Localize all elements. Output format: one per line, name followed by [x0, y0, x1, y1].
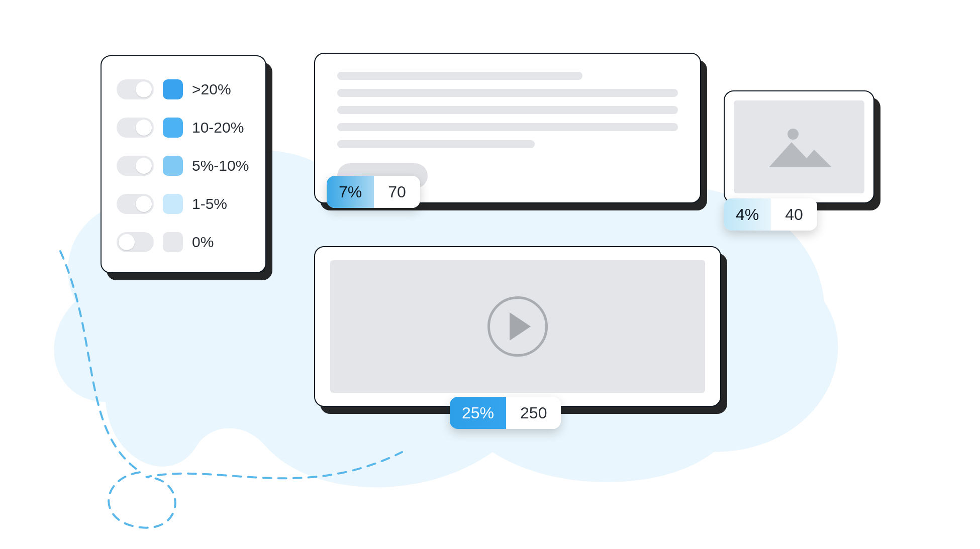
text-line: [337, 89, 678, 97]
legend-label-1: >20%: [192, 81, 231, 98]
svg-point-0: [788, 129, 799, 140]
legend-panel: >20% 10-20% 5%-10% 1-5% 0%: [101, 55, 266, 273]
legend-row-2: 10-20%: [117, 108, 250, 147]
legend-label-5: 0%: [192, 234, 214, 251]
swatch-1-5: [163, 194, 183, 214]
text-line: [337, 106, 678, 114]
toggle-5-10[interactable]: [117, 156, 154, 176]
swatch-gt-20: [163, 79, 183, 99]
legend-row-3: 5%-10%: [117, 147, 250, 185]
legend-row-5: 0%: [117, 223, 250, 261]
text-line: [337, 123, 678, 131]
toggle-1-5[interactable]: [117, 194, 154, 214]
swatch-0: [163, 232, 183, 252]
stat-percent: 7%: [327, 176, 374, 208]
stat-count: 40: [771, 198, 817, 231]
picture-icon: [764, 122, 834, 172]
stat-percent: 25%: [450, 397, 506, 429]
stat-badge-text: 7% 70: [327, 176, 420, 208]
toggle-gt-20[interactable]: [117, 79, 154, 99]
stat-count: 250: [506, 397, 561, 429]
swatch-10-20: [163, 118, 183, 138]
image-block-card: [724, 90, 874, 203]
play-icon: [487, 296, 548, 357]
stat-badge-image: 4% 40: [724, 198, 817, 231]
legend-label-3: 5%-10%: [192, 157, 249, 174]
video-block-card: [314, 246, 721, 407]
swatch-5-10: [163, 156, 183, 176]
text-line: [337, 140, 535, 148]
stat-count: 70: [374, 176, 420, 208]
legend-row-1: >20%: [117, 70, 250, 108]
stat-badge-video: 25% 250: [450, 397, 561, 429]
legend-row-4: 1-5%: [117, 185, 250, 223]
image-placeholder: [734, 100, 864, 193]
stat-percent: 4%: [724, 198, 771, 231]
toggle-10-20[interactable]: [117, 118, 154, 138]
legend-label-4: 1-5%: [192, 195, 227, 212]
legend-label-2: 10-20%: [192, 119, 244, 136]
text-line: [337, 72, 582, 80]
video-thumbnail[interactable]: [330, 260, 705, 393]
toggle-0[interactable]: [117, 232, 154, 252]
